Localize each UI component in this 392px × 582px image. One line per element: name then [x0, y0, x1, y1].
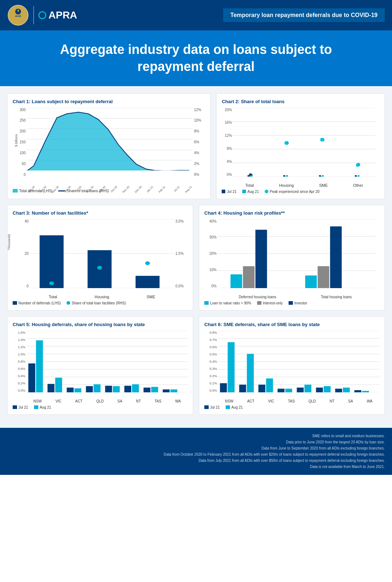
svg-point-34 [320, 138, 324, 142]
chart5-yaxis: 1.6% 1.4% 1.2% 1.0% 0.8% 0.6% 0.4% 0.2% … [13, 331, 26, 392]
chart3-yaxis-left: 40 20 0 [13, 219, 30, 288]
svg-rect-47 [40, 235, 64, 288]
chart1-svg [27, 108, 192, 171]
chart3-box: Chart 3: Number of loan facilities* 40 2… [7, 205, 193, 311]
chart2-title: Chart 2: Share of total loans [222, 99, 379, 104]
legend-dots-label: Share of total loan facilities (RHS) [72, 301, 126, 305]
main-title-section: Aggregate industry data on loans subject… [0, 30, 392, 86]
svg-rect-84 [132, 384, 139, 392]
svg-rect-78 [74, 388, 81, 392]
svg-rect-82 [113, 386, 120, 392]
charts-row-2: Chart 3: Number of loan facilities* 40 2… [7, 205, 385, 311]
svg-rect-102 [259, 384, 265, 392]
legend-ltv-label: Loan to value ratio > 90% [210, 301, 251, 305]
legend-c5-aug21: Aug 21 [34, 405, 51, 409]
svg-rect-109 [324, 386, 331, 392]
legend-c5-jul21: Jul 21 [13, 405, 28, 409]
chart5-title: Chart 5: Housing deferrals, share of hou… [13, 322, 188, 327]
footer-line-5: Data from July 2021 from all ADIs with o… [7, 457, 385, 464]
svg-rect-105 [285, 388, 292, 392]
logo-area: AUS APRA [7, 4, 77, 26]
legend-bars-swatch [13, 301, 17, 305]
chart5-svg [26, 331, 188, 392]
chart5-xaxis: NSW VIC ACT QLD SA NT TAS WA [26, 393, 188, 403]
legend-area-swatch [13, 189, 18, 193]
chart3-xaxis: Total Housing SME [30, 289, 174, 299]
legend-area-label: Total deferrals (LHS) [19, 189, 52, 193]
svg-rect-77 [67, 387, 74, 392]
svg-rect-104 [278, 388, 285, 392]
legend-inv-label: Investor [294, 301, 307, 305]
svg-rect-58 [230, 274, 242, 288]
main-title: Aggregate industry data on loans subject… [14, 41, 378, 75]
chart6-legend: Jul 21 Aug 21 [204, 405, 379, 409]
footer-line-6: Data is not available from March to June… [7, 464, 385, 470]
charts-row-3: Chart 5: Housing deferrals, share of hou… [7, 316, 385, 415]
chart6-yaxis: 0.8% 0.7% 0.6% 0.5% 0.4% 0.3% 0.2% 0.1% … [204, 331, 218, 392]
legend-peak-swatch [265, 190, 268, 193]
svg-rect-87 [163, 389, 170, 392]
apra-circle-icon [38, 11, 46, 19]
chart3-title: Chart 3: Number of loan facilities* [13, 210, 188, 216]
svg-rect-108 [316, 387, 323, 392]
chart3-container: 40 20 0 Thousands 3.0% 1.5% 0.0% [13, 219, 188, 299]
footer-line-4: Data from October 2020 to February 2021 … [7, 451, 385, 457]
svg-rect-113 [362, 391, 369, 392]
chart2-legend: Jul 21 Aug 21 Peak experienced since Apr… [222, 190, 379, 194]
legend-io-item: Interest-only [257, 301, 283, 305]
chart5-container: 1.6% 1.4% 1.2% 1.0% 0.8% 0.6% 0.4% 0.2% … [13, 331, 188, 403]
legend-io-swatch [257, 301, 261, 305]
chart1-yaxis-left: 300 250 200 150 100 50 0 [13, 108, 27, 177]
chart2-xaxis: Total Housing SME Other [233, 177, 376, 187]
svg-rect-79 [86, 386, 93, 392]
legend-aug21-swatch [242, 190, 246, 193]
header: AUS APRA Temporary loan repayment deferr… [0, 0, 392, 30]
apra-logo: APRA [38, 9, 77, 21]
svg-rect-74 [36, 340, 43, 392]
legend-ltv-item: Loan to value ratio > 90% [204, 301, 251, 305]
svg-rect-100 [239, 384, 246, 392]
svg-rect-107 [304, 384, 311, 392]
legend-jul21-label: Jul 21 [227, 190, 237, 194]
chart3-legend: Number of deferrals (LHS) Share of total… [13, 301, 188, 305]
svg-rect-110 [335, 388, 342, 392]
svg-rect-41 [286, 175, 288, 177]
svg-point-51 [97, 266, 102, 269]
legend-inv-item: Investor [289, 301, 307, 305]
chart1-container: $ billions 300 250 200 150 100 50 0 12% … [13, 108, 205, 187]
svg-rect-86 [151, 387, 158, 392]
svg-rect-42 [322, 175, 324, 177]
svg-rect-73 [28, 363, 35, 392]
svg-rect-83 [124, 385, 131, 392]
covid-title: Temporary loan repayment deferrals due t… [230, 12, 378, 18]
footer-line-2: Data prior to June 2020 from the largest… [7, 439, 385, 445]
svg-rect-40 [251, 175, 252, 177]
chart4-svg [218, 219, 376, 288]
svg-rect-101 [247, 354, 254, 392]
svg-point-35 [356, 163, 360, 167]
legend-aug21-label: Aug 21 [247, 190, 259, 194]
svg-marker-11 [27, 112, 192, 170]
chart6-box: Chart 6: SME deferrals, share of SME loa… [199, 316, 385, 415]
svg-rect-63 [330, 226, 342, 288]
content-area: Chart 1: Loans subject to repayment defe… [0, 86, 392, 428]
legend-io-label: Interest-only [263, 301, 283, 305]
footer: SME refers to small and medium businesse… [0, 428, 392, 475]
svg-rect-62 [318, 266, 329, 288]
svg-point-50 [49, 281, 54, 285]
svg-rect-99 [228, 342, 235, 392]
charts-row-1: Chart 1: Loans subject to repayment defe… [7, 93, 385, 199]
legend-bars-label: Number of deferrals (LHS) [18, 301, 61, 305]
chart4-container: 40% 30% 20% 10% 0% [204, 219, 379, 299]
chart4-box: Chart 4: Housing loan risk profiles** 40… [199, 205, 385, 311]
chart3-svg [30, 219, 174, 288]
legend-ltv-swatch [204, 301, 209, 305]
svg-rect-112 [354, 390, 361, 392]
chart2-svg [233, 108, 376, 177]
svg-rect-39 [355, 175, 357, 177]
svg-rect-80 [94, 384, 101, 392]
legend-peak-label: Peak experienced since Apr 20 [270, 190, 320, 194]
svg-rect-111 [343, 387, 350, 392]
chart6-title: Chart 6: SME deferrals, share of SME loa… [204, 322, 379, 327]
chart3-ylabel: Thousands [7, 234, 11, 250]
